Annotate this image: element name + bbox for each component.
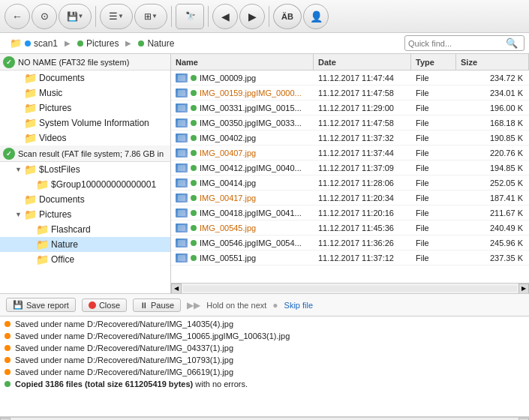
header-date[interactable]: Date <box>314 54 411 70</box>
file-row[interactable]: IMG_00009.jpg 11.12.2017 11:47:44 File 2… <box>171 70 529 86</box>
tree-section-fat32[interactable]: ✓ NO NAME (FAT32 file system) <box>0 54 170 70</box>
tree-item-documents-1[interactable]: 📁 Documents <box>0 70 170 86</box>
log-dot-icon <box>5 333 11 339</box>
file-name-label: IMG_00159.jpgIMG_0000... <box>200 88 302 98</box>
search-input[interactable] <box>408 39 506 48</box>
file-type-icon <box>176 118 188 128</box>
file-cell-date: 11.12.2017 11:29:00 <box>314 100 411 115</box>
back-button[interactable]: ← <box>5 4 30 29</box>
log-hscroll-left-btn[interactable]: ◀ <box>0 418 11 421</box>
header-name[interactable]: Name <box>171 54 314 70</box>
hscroll-right-btn[interactable]: ▶ <box>518 284 529 294</box>
file-cell-date: 11.12.2017 11:37:44 <box>314 146 411 160</box>
list-view-button[interactable]: ☰ ▼ <box>100 4 133 29</box>
file-row[interactable]: IMG_00551.jpg 11.12.2017 11:37:12 File 2… <box>171 250 529 266</box>
skip-file-link[interactable]: Skip file <box>284 301 314 310</box>
file-list-header: Name Date Type Size <box>171 54 529 70</box>
file-row[interactable]: IMG_00402.jpg 11.12.2017 11:37:32 File 1… <box>171 130 529 146</box>
pause-button[interactable]: ⏸ Pause <box>133 298 181 312</box>
log-text: Copied 3186 files (total size 611205419 … <box>15 380 248 388</box>
folder-icon-documents-1: 📁 <box>24 72 37 84</box>
header-size[interactable]: Size <box>456 54 529 70</box>
tree-item-lostfiles[interactable]: ▼ 📁 $LostFiles <box>0 162 170 177</box>
breadcrumb-pictures[interactable]: Pictures <box>72 36 124 51</box>
tree-item-videos[interactable]: 📁 Videos <box>0 130 170 146</box>
user-icon: 👤 <box>310 10 323 22</box>
prev-icon: ◀ <box>221 10 230 22</box>
tree-label-videos: Videos <box>39 133 66 143</box>
log-dot-icon <box>5 345 11 351</box>
hscroll-track[interactable] <box>183 286 517 292</box>
file-cell-type: File <box>411 130 456 145</box>
tree-item-pictures-1[interactable]: 📁 Pictures <box>0 100 170 116</box>
fat-section-label: Scan result (FAT file system; 7.86 GB in <box>18 149 164 158</box>
tree-item-group[interactable]: 📁 $Group100000000000001 <box>0 177 170 192</box>
tree-item-sysvolinfo[interactable]: 📁 System Volume Information <box>0 116 170 130</box>
file-status-dot <box>191 180 197 186</box>
file-name-label: IMG_00402.jpg <box>200 134 256 142</box>
tree-label-pictures-1: Pictures <box>39 103 71 113</box>
save-button[interactable]: 💾 ▼ <box>59 4 92 29</box>
header-type[interactable]: Type <box>411 54 456 70</box>
status-bar: 💾 Save report Close ⏸ Pause ▶▶ Hold on t… <box>0 294 529 316</box>
file-type-icon <box>176 208 188 218</box>
quick-find-box[interactable]: 🔍 <box>404 35 524 51</box>
file-row[interactable]: IMG_00545.jpg 11.12.2017 11:45:36 File 2… <box>171 220 529 236</box>
file-status-dot <box>191 240 197 246</box>
file-row[interactable]: IMG_00414.jpg 11.12.2017 11:28:06 File 2… <box>171 176 529 190</box>
close-dot-icon <box>89 302 96 309</box>
search-button[interactable]: ⊙ <box>32 4 57 29</box>
tree-section-fat[interactable]: ✓ Scan result (FAT file system; 7.86 GB … <box>0 146 170 162</box>
next-button[interactable]: ▶ <box>239 4 265 29</box>
file-name-label: IMG_00350.jpgIMG_0033... <box>200 118 302 128</box>
file-row[interactable]: IMG_00159.jpgIMG_0000... 11.12.2017 11:4… <box>171 86 529 100</box>
folder-icon-pictures-1: 📁 <box>24 102 37 114</box>
file-cell-date: 11.12.2017 11:47:58 <box>314 116 411 130</box>
file-cell-date: 11.12.2017 11:45:36 <box>314 220 411 235</box>
pause-icon: ⏸ <box>140 301 148 310</box>
file-type-icon <box>176 238 188 248</box>
grid-view-button[interactable]: ⊞ ▼ <box>134 4 167 29</box>
breadcrumb-nature[interactable]: Nature <box>133 36 179 51</box>
file-type-icon <box>176 164 188 172</box>
log-hscroll-right-btn[interactable]: ▶ <box>518 418 529 421</box>
log-hscroll[interactable]: ◀ ▶ <box>0 417 529 420</box>
fat-status-icon: ✓ <box>3 148 15 160</box>
breadcrumb-scan1[interactable]: 📁 scan1 <box>5 35 63 51</box>
tree-item-office[interactable]: 📁 Office <box>0 252 170 267</box>
tree-item-documents-2[interactable]: 📁 Documents <box>0 192 170 207</box>
prev-button[interactable]: ◀ <box>212 4 238 29</box>
file-row[interactable]: IMG_00417.jpg 11.12.2017 11:20:34 File 1… <box>171 190 529 206</box>
ab-button[interactable]: ÄB <box>273 4 302 29</box>
file-row[interactable]: IMG_00412.jpgIMG_0040... 11.12.2017 11:3… <box>171 160 529 176</box>
hscroll-left-btn[interactable]: ◀ <box>171 284 182 294</box>
file-hscroll[interactable]: ◀ ▶ <box>171 283 529 293</box>
log-wrapper: Saved under name D:/Recovered/Nature/IMG… <box>0 316 529 420</box>
breadcrumb-label-scan1: scan1 <box>34 38 58 49</box>
file-status-dot <box>191 105 197 111</box>
file-status-dot <box>191 210 197 216</box>
tree-item-pictures-2[interactable]: ▼ 📁 Pictures <box>0 207 170 222</box>
file-row[interactable]: IMG_00407.jpg 11.12.2017 11:37:44 File 2… <box>171 146 529 160</box>
tree-item-flashcard[interactable]: 📁 Flashcard <box>0 222 170 237</box>
file-row[interactable]: IMG_00331.jpgIMG_0015... 11.12.2017 11:2… <box>171 100 529 116</box>
file-row[interactable]: IMG_00350.jpgIMG_0033... 11.12.2017 11:4… <box>171 116 529 130</box>
tree-label-documents-1: Documents <box>39 73 85 83</box>
file-panel: Name Date Type Size IMG_00009.jpg 11.12.… <box>171 54 529 293</box>
save-icon: 💾 <box>67 11 78 22</box>
log-text: Saved under name D:/Recovered/Nature/IMG… <box>15 332 290 340</box>
tree-item-nature[interactable]: 📁 Nature <box>0 237 170 252</box>
file-cell-type: File <box>411 70 456 85</box>
close-button[interactable]: Close <box>82 298 127 312</box>
user-button[interactable]: 👤 <box>303 4 329 29</box>
tree-label-pictures-2: Pictures <box>39 209 71 220</box>
tree-item-music[interactable]: 📁 Music <box>0 86 170 100</box>
file-row[interactable]: IMG_00546.jpgIMG_0054... 11.12.2017 11:3… <box>171 236 529 250</box>
next-icon: ▶ <box>248 10 257 22</box>
close-label: Close <box>99 301 120 310</box>
scan-button[interactable]: 🔭 <box>176 4 204 29</box>
tree-panel: ✓ NO NAME (FAT32 file system) 📁 Document… <box>0 54 171 293</box>
search-submit-icon[interactable]: 🔍 <box>506 38 518 49</box>
save-report-button[interactable]: 💾 Save report <box>6 298 76 312</box>
file-row[interactable]: IMG_00418.jpgIMG_0041... 11.12.2017 11:2… <box>171 206 529 220</box>
